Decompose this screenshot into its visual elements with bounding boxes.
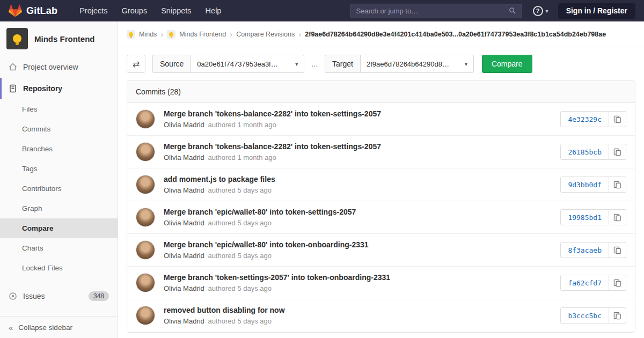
commit-title-link[interactable]: Merge branch 'token-settings-2057' into … [164, 273, 552, 282]
collapse-sidebar-button[interactable]: « Collapse sidebar [0, 316, 118, 338]
copy-sha-button[interactable] [609, 209, 626, 225]
copy-sha-button[interactable] [609, 111, 626, 127]
clipboard-icon [613, 148, 621, 156]
commit-sha-link[interactable]: 9d3bb0df [560, 177, 609, 193]
author-avatar[interactable] [136, 306, 155, 325]
copy-sha-button[interactable] [609, 307, 626, 324]
sidebar-item-issues[interactable]: Issues 348 [0, 285, 118, 307]
repository-submenu-item[interactable]: Tags [0, 159, 118, 179]
commit-author-link[interactable]: Olivia Madrid [164, 317, 204, 325]
copy-sha-button[interactable] [609, 275, 626, 291]
repository-submenu-item[interactable]: Branches [0, 139, 118, 159]
repository-submenu-item[interactable]: Graph [0, 199, 118, 218]
repository-submenu-item[interactable]: Charts [0, 238, 118, 258]
commit-title-link[interactable]: removed button disabling for now [164, 306, 552, 314]
commit-author-link[interactable]: Olivia Madrid [164, 284, 204, 292]
compare-button[interactable]: Compare [482, 55, 532, 73]
commit-sha-link[interactable]: 26185bcb [560, 144, 609, 160]
commit-time: authored 5 days ago [208, 252, 272, 260]
commit-time: authored 5 days ago [208, 284, 272, 292]
commit-list: Merge branch 'tokens-balance-2282' into … [127, 103, 635, 332]
sidebar-item-label: Repository [23, 84, 62, 93]
author-avatar[interactable] [136, 175, 155, 194]
submenu-item-label: Contributors [22, 185, 62, 193]
commit-title-link[interactable]: add moment.js to package files [164, 175, 552, 183]
commit-info: Merge branch 'token-settings-2057' into … [164, 273, 552, 292]
navbar-menu-item[interactable]: Projects [72, 0, 114, 21]
chevron-double-left-icon: « [9, 324, 13, 332]
collapse-sidebar-label: Collapse sidebar [18, 324, 72, 332]
repository-submenu-item[interactable]: Compare [0, 218, 118, 238]
commit-sha-link[interactable]: fa62cfd7 [560, 275, 609, 291]
clipboard-icon [613, 214, 621, 222]
breadcrumb-link-group[interactable]: Minds [139, 31, 157, 38]
copy-sha-button[interactable] [609, 144, 626, 160]
navbar-menu-item[interactable]: Help [199, 0, 229, 21]
commit-author-link[interactable]: Olivia Madrid [164, 186, 204, 194]
commit-meta: Olivia Madrid authored 5 days ago [164, 186, 552, 194]
commit-row: add moment.js to package files Olivia Ma… [127, 168, 635, 201]
navbar-menu-item[interactable]: Groups [115, 0, 155, 21]
commit-title-link[interactable]: Merge branch 'tokens-balance-2282' into … [164, 142, 552, 151]
project-name: Minds Frontend [34, 34, 95, 43]
issues-icon [9, 292, 17, 300]
search-box[interactable] [350, 4, 522, 18]
main-content: Minds › Minds Frontend › Compare Revisio… [118, 21, 644, 338]
search-input[interactable] [356, 7, 509, 15]
repository-submenu-item[interactable]: Files [0, 99, 118, 119]
commit-author-link[interactable]: Olivia Madrid [164, 121, 204, 129]
repository-submenu-item[interactable]: Contributors [0, 179, 118, 199]
sign-in-button[interactable]: Sign in / Register [558, 3, 635, 19]
commit-sha-link[interactable]: 8f3acaeb [560, 242, 609, 258]
chevron-down-icon: ▾ [546, 8, 548, 14]
commit-title-link[interactable]: Merge branch 'epic/wallet-80' into token… [164, 208, 552, 216]
commit-info: removed button disabling for now Olivia … [164, 306, 552, 325]
breadcrumb-link-project[interactable]: Minds Frontend [179, 31, 226, 38]
commit-sha-link[interactable]: 19985bd1 [560, 209, 609, 225]
commit-sha-link[interactable]: b3ccc5bc [560, 307, 609, 324]
commit-info: Merge branch 'tokens-balance-2282' into … [164, 109, 552, 129]
repository-submenu-item[interactable]: Locked Files [0, 258, 118, 278]
commit-time: authored 5 days ago [208, 219, 272, 227]
author-avatar[interactable] [136, 142, 155, 161]
commit-meta: Olivia Madrid authored 1 month ago [164, 121, 552, 129]
repository-icon [9, 84, 17, 93]
commit-author-link[interactable]: Olivia Madrid [164, 252, 204, 260]
help-menu[interactable]: ? ▾ [533, 6, 548, 16]
commit-info: add moment.js to package files Olivia Ma… [164, 175, 552, 194]
revision-range-separator: ... [311, 60, 318, 68]
submenu-item-label: Branches [22, 145, 53, 153]
repository-submenu-item[interactable]: Commits [0, 119, 118, 139]
commit-author-link[interactable]: Olivia Madrid [164, 153, 204, 161]
commit-sha-group: 19985bd1 [560, 209, 626, 225]
submenu-item-label: Charts [22, 244, 43, 252]
sidebar-item-label: Issues [23, 292, 45, 300]
sidebar-project-header[interactable]: Minds Frontend [0, 21, 118, 56]
commit-author-link[interactable]: Olivia Madrid [164, 219, 204, 227]
commit-sha-link[interactable]: 4e32329c [560, 111, 609, 127]
author-avatar[interactable] [136, 208, 155, 227]
clipboard-icon [613, 246, 621, 254]
source-revision-group: Source 0a20e61f74737953ea3f… ▾ [152, 55, 304, 73]
help-icon: ? [533, 6, 543, 16]
sidebar-item-project-overview[interactable]: Project overview [0, 56, 118, 78]
copy-sha-button[interactable] [609, 177, 626, 193]
gitlab-home-link[interactable]: GitLab [9, 4, 57, 17]
commit-sha-group: 26185bcb [560, 144, 626, 160]
target-branch-dropdown[interactable]: 2f9ae6d78264b64290d8… ▾ [360, 55, 474, 73]
copy-sha-button[interactable] [609, 242, 626, 258]
author-avatar[interactable] [136, 240, 155, 260]
commit-sha-group: 8f3acaeb [560, 242, 626, 258]
source-branch-dropdown[interactable]: 0a20e61f74737953ea3f… ▾ [191, 55, 304, 73]
minds-frontend-project-avatar [167, 30, 175, 39]
breadcrumb-link-compare-revisions[interactable]: Compare Revisions [236, 31, 295, 38]
swap-revisions-button[interactable]: ⇄ [127, 55, 145, 73]
commit-title-link[interactable]: Merge branch 'tokens-balance-2282' into … [164, 109, 552, 118]
navbar-menu-item[interactable]: Snippets [154, 0, 198, 21]
author-avatar[interactable] [136, 109, 155, 129]
breadcrumb-separator-icon: › [160, 30, 163, 38]
author-avatar[interactable] [136, 273, 155, 292]
search-icon [509, 7, 516, 14]
commit-title-link[interactable]: Merge branch 'epic/wallet-80' into token… [164, 240, 552, 249]
sidebar-item-repository[interactable]: Repository [0, 78, 118, 99]
